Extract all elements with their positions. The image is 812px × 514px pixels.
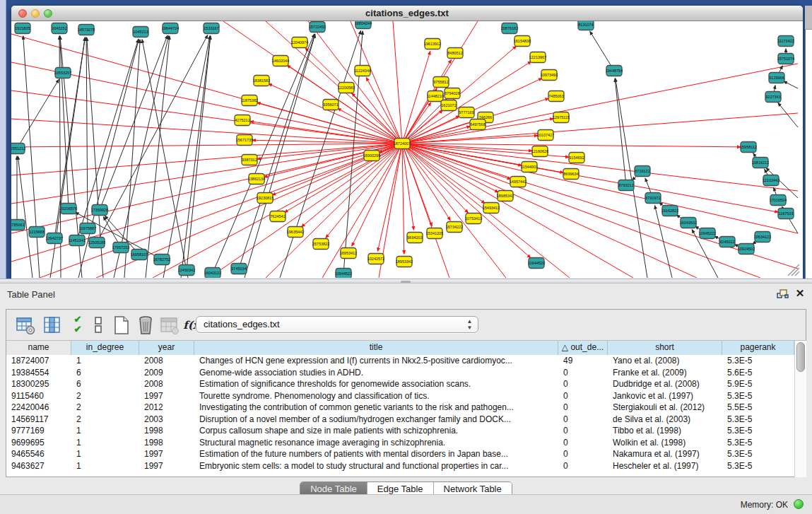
table-cell[interactable]: 2008	[139, 355, 194, 367]
graph-node[interactable]: 16043532	[680, 218, 697, 228]
graph-node[interactable]: 11173422	[777, 36, 794, 47]
table-cell[interactable]: 1997	[139, 390, 194, 402]
column-header-pagerank[interactable]: pagerank	[722, 341, 794, 355]
graph-node[interactable]: 1167533	[778, 209, 794, 219]
table-cell[interactable]: 19384554	[6, 367, 71, 379]
graph-node[interactable]: 11875382	[241, 95, 258, 106]
graph-node[interactable]: 18985342	[497, 191, 514, 201]
network-canvas[interactable]: 1872400712040974146020441838158211875382…	[11, 21, 801, 278]
graph-node[interactable]: 6794028	[445, 88, 460, 99]
table-cell[interactable]: de Silva et al. (2003)	[608, 414, 722, 426]
graph-node[interactable]: 12103442	[763, 175, 779, 186]
table-cell[interactable]: 2008	[139, 378, 194, 390]
delete-table-icon[interactable]	[135, 315, 156, 336]
table-cell[interactable]: 1	[71, 355, 139, 367]
graph-node[interactable]: 9755812	[433, 77, 449, 88]
table-select-dropdown[interactable]: citations_edges.txt ▲▼	[196, 316, 478, 333]
graph-node[interactable]: 15958112	[740, 142, 757, 153]
graph-node[interactable]: 1921835	[15, 23, 30, 34]
table-cell[interactable]: 0	[558, 378, 608, 390]
table-cell[interactable]: 5.3E-5	[722, 425, 794, 437]
graph-node[interactable]: 10944520	[528, 258, 545, 269]
graph-node[interactable]: 10973493	[541, 70, 558, 81]
table-cell[interactable]: 5.6E-5	[722, 367, 794, 379]
graph-node[interactable]: 6719122	[635, 166, 650, 177]
graph-node[interactable]: 12213967	[529, 52, 546, 63]
table-cell[interactable]: Genome-wide association studies in ADHD.	[194, 367, 558, 379]
table-cell[interactable]: 1	[71, 437, 139, 449]
graph-edge[interactable]	[23, 36, 40, 278]
table-cell[interactable]: 6	[71, 378, 139, 390]
graph-node[interactable]: 10944522	[335, 269, 352, 279]
table-cell[interactable]: 1	[71, 425, 139, 437]
table-cell[interactable]: 5.3E-5	[722, 460, 794, 472]
table-cell[interactable]: 2012	[139, 402, 194, 414]
graph-node[interactable]: 14957442	[510, 177, 526, 187]
table-cell[interactable]: 9465546	[6, 448, 71, 460]
graph-node[interactable]: 8480512	[447, 48, 463, 59]
table-cell[interactable]: Disruption of a novel member of a sodium…	[194, 414, 558, 426]
graph-node[interactable]: 12040974	[291, 37, 308, 48]
graph-edge[interactable]	[377, 144, 402, 251]
table-row[interactable]: 977716911998Corpus callosum shape and si…	[6, 425, 794, 437]
table-cell[interactable]: 49	[558, 355, 608, 367]
table-row[interactable]: 1456911722003Disruption of a novel membe…	[6, 414, 794, 426]
table-cell[interactable]: 0	[558, 390, 608, 402]
graph-node[interactable]: 15493412	[483, 203, 500, 214]
select-rows-icon[interactable]: ✔✔	[67, 315, 88, 336]
graph-edge[interactable]	[402, 62, 531, 144]
table-cell[interactable]: Dudbridge et al. (2008)	[608, 378, 722, 390]
column-header-year[interactable]: year	[139, 341, 194, 355]
graph-edge[interactable]	[778, 103, 798, 127]
table-cell[interactable]: 22420046	[6, 402, 71, 414]
graph-node[interactable]: 16782752	[153, 255, 170, 265]
graph-node[interactable]: 11451941	[69, 235, 86, 246]
table-cell[interactable]: 5.9E-5	[722, 378, 794, 390]
table-row[interactable]: 946554611997Estimation of the future num…	[6, 448, 794, 460]
graph-node[interactable]: 10753413	[465, 214, 482, 224]
table-cell[interactable]: 5.3E-5	[722, 355, 794, 367]
table-cell[interactable]: 9699695	[6, 437, 71, 449]
graph-node[interactable]: 7624542	[270, 211, 286, 222]
vertical-scrollbar[interactable]	[794, 341, 806, 477]
graph-node[interactable]: 11224344	[354, 66, 371, 76]
table-cell[interactable]: 5.3E-5	[722, 390, 794, 402]
graph-node[interactable]: 14573278	[78, 25, 95, 35]
graph-node[interactable]: 9154692	[569, 153, 584, 163]
table-cell[interactable]: Wolkin et al. (1998)	[608, 437, 722, 449]
graph-node[interactable]: 17359928	[91, 205, 108, 216]
graph-node[interactable]: 10553257	[54, 68, 71, 78]
graph-node[interactable]: 9356071	[323, 100, 339, 110]
column-header-short[interactable]: short	[608, 341, 722, 355]
table-cell[interactable]: 0	[558, 437, 608, 449]
table-cell[interactable]: Investigating the contribution of common…	[194, 402, 558, 414]
graph-edge[interactable]	[402, 144, 485, 204]
table-cell[interactable]: Tibbo et al. (1998)	[608, 425, 722, 437]
graph-node[interactable]: 9245022	[719, 237, 735, 247]
table-cell[interactable]: 0	[558, 425, 608, 437]
graph-node[interactable]: 6497568	[470, 119, 486, 130]
memory-status-icon[interactable]	[794, 499, 804, 509]
column-header-title[interactable]: title	[194, 341, 558, 355]
graph-node[interactable]: 12450342	[178, 265, 195, 276]
graph-node[interactable]: 10242572	[367, 254, 384, 264]
table-row[interactable]: 1830029562008Estimation of significance …	[6, 378, 794, 390]
graph-node[interactable]: 1621072	[441, 100, 457, 111]
graph-edge[interactable]	[163, 36, 210, 278]
splitter-handle[interactable]	[401, 281, 411, 283]
graph-edge[interactable]	[187, 36, 211, 270]
table-cell[interactable]: Changes of HCN gene expression and I(f) …	[194, 355, 558, 367]
graph-node[interactable]: 20551212	[11, 144, 25, 154]
graph-node[interactable]: 12505185	[88, 238, 105, 248]
table-settings-icon[interactable]	[15, 315, 36, 336]
graph-node[interactable]: 1215688	[29, 227, 45, 238]
graph-node[interactable]: 20876182	[501, 23, 518, 34]
graph-node[interactable]: 15671735	[236, 135, 253, 146]
table-cell[interactable]: Corpus callosum shape and size in male p…	[194, 425, 558, 437]
table-row[interactable]: 946362711997Embryonic stem cells: a mode…	[6, 460, 794, 472]
table-cell[interactable]: 5.3E-5	[722, 437, 794, 449]
graph-edge[interactable]	[266, 21, 402, 144]
column-header-out_de[interactable]: △ out_de...	[558, 341, 608, 355]
graph-node[interactable]: 16953412	[340, 248, 357, 259]
table-cell[interactable]: 5.5E-5	[722, 402, 794, 414]
